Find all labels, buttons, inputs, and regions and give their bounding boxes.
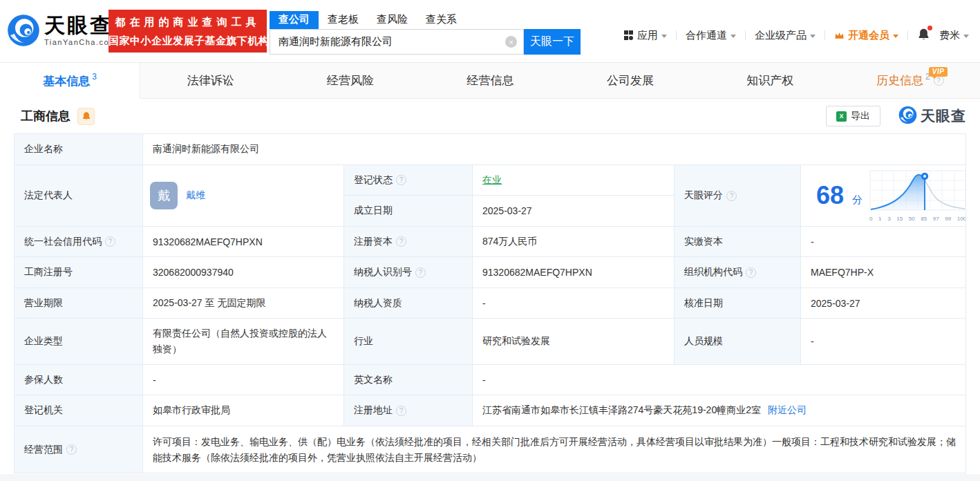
- tab-label: 公司发展: [607, 73, 654, 88]
- watermark-text: 天眼查: [921, 106, 966, 126]
- tab-operation-risk[interactable]: 经营风险: [281, 63, 420, 99]
- search-button[interactable]: 天眼一下: [524, 29, 581, 55]
- field-label-english-name: 英文名称: [344, 365, 473, 395]
- nearby-companies-link[interactable]: 附近公司: [768, 404, 807, 417]
- reg-status-link[interactable]: 在业: [482, 174, 502, 187]
- nav-user[interactable]: 费米: [939, 29, 969, 42]
- field-value-company-type: 有限责任公司（自然人投资或控股的法人独资）: [143, 319, 344, 365]
- tab-legal-proceedings[interactable]: 法律诉讼: [140, 63, 280, 99]
- score-distribution-chart: 01 315 5085 9799 100: [869, 170, 966, 222]
- field-label-taxpayer-qualification: 纳税人资质: [344, 288, 473, 319]
- tab-label: 法律诉讼: [187, 73, 234, 88]
- legal-rep-avatar[interactable]: 戴: [150, 182, 178, 209]
- field-label-reg-status: 登记状态 ?: [344, 165, 473, 196]
- nav-enterprise-label: 企业级产品: [755, 29, 807, 42]
- field-value-legal-rep: 戴 戴维: [143, 165, 344, 227]
- field-value-taxpayer-id: 91320682MAEFQ7HPXN: [473, 257, 675, 288]
- field-value-taxpayer-qualification: -: [473, 288, 675, 319]
- export-button[interactable]: X 导出: [826, 106, 880, 126]
- business-info-table: 企业名称 南通润时新能源有限公司 法定代表人 戴 戴维 登记状态 ? 在业 成立…: [14, 133, 966, 473]
- nav-partner[interactable]: 合作通道: [686, 29, 736, 42]
- field-label-est-date: 成立日期: [344, 196, 473, 227]
- legal-rep-link[interactable]: 戴维: [186, 189, 205, 202]
- tab-intellectual-property[interactable]: 知识产权: [700, 63, 840, 99]
- nav-divider: [907, 30, 908, 40]
- field-label-reg-number: 工商注册号: [15, 257, 143, 288]
- field-value-industry: 研究和试验发展: [473, 319, 675, 365]
- eye-swirl-icon: [7, 14, 40, 47]
- field-label-staff-size: 人员规模: [675, 319, 801, 365]
- field-label-legal-rep: 法定代表人: [15, 165, 143, 227]
- notification-bell-icon[interactable]: [917, 28, 930, 43]
- help-icon[interactable]: ?: [415, 267, 426, 278]
- help-icon[interactable]: ?: [746, 267, 756, 278]
- field-value-business-scope: 许可项目：发电业务、输电业务、供（配）电业务（依法须经批准的项目，经相关部门批准…: [143, 426, 966, 473]
- score-number: 68: [816, 183, 844, 208]
- clear-icon[interactable]: ×: [505, 36, 517, 48]
- field-value-reg-authority: 如皋市行政审批局: [143, 395, 344, 426]
- section-header: 工商信息 X 导出 天眼查: [0, 99, 980, 133]
- section-title: 工商信息: [21, 108, 70, 124]
- field-label-reg-capital: 注册资本 ?: [344, 227, 473, 257]
- tab-count: 3: [92, 72, 97, 82]
- nav-divider: [824, 30, 825, 40]
- field-value-company-name: 南通润时新能源有限公司: [143, 134, 966, 165]
- eye-swirl-icon: [898, 106, 917, 127]
- brand-name: 天眼查: [44, 15, 117, 36]
- field-value-insured-count: -: [143, 365, 344, 395]
- field-label-business-scope: 经营范围 ?: [15, 426, 143, 473]
- brand-domain: TianYanCha.com: [44, 39, 117, 46]
- field-value-approval-date: 2025-03-27: [801, 288, 966, 319]
- field-value-reg-status: 在业: [473, 165, 675, 196]
- field-label-taxpayer-id: 纳税人识别号 ?: [344, 257, 473, 288]
- tab-label: 经营信息: [467, 73, 513, 88]
- search-tab-relation[interactable]: 查关系: [417, 11, 466, 29]
- field-label-business-term: 营业期限: [15, 288, 143, 319]
- tab-operation-info[interactable]: 经营信息: [420, 63, 560, 99]
- field-label-company-type: 企业类型: [15, 319, 143, 365]
- field-value-est-date: 2025-03-27: [473, 196, 675, 227]
- vip-badge: VIP: [929, 67, 948, 77]
- field-label-tyc-score: 天眼评分 ?: [675, 165, 801, 227]
- field-value-reg-address: 江苏省南通市如皋市长江镇丰泽路274号豪天花苑19-20幢商业2室 附近公司: [473, 395, 966, 426]
- bottom-strip: [0, 474, 980, 481]
- tab-company-development[interactable]: 公司发展: [560, 63, 700, 99]
- tab-label: 经营风险: [327, 73, 374, 88]
- search-tab-company[interactable]: 查公司: [270, 11, 319, 29]
- nav-vip-upgrade[interactable]: 开通会员: [834, 29, 898, 42]
- field-value-reg-capital: 874万人民币: [473, 227, 675, 257]
- help-icon[interactable]: ?: [396, 236, 406, 247]
- nav-apps[interactable]: 应用: [623, 29, 667, 42]
- field-label-org-code: 组织机构代码 ?: [675, 257, 801, 288]
- score-axis-labels: 01 315 5085 9799 100: [869, 216, 966, 222]
- nav-vip-label: 开通会员: [848, 29, 889, 42]
- score-unit: 分: [852, 194, 863, 207]
- nav-enterprise[interactable]: 企业级产品: [755, 29, 816, 42]
- crown-icon: [834, 30, 845, 41]
- tab-basic-info[interactable]: 基本信息 3: [0, 63, 140, 99]
- field-label-reg-address: 注册地址 ?: [344, 395, 473, 426]
- chevron-down-icon: [810, 35, 816, 38]
- chevron-down-icon: [661, 35, 667, 38]
- help-icon[interactable]: ?: [396, 406, 406, 416]
- field-label-credit-code: 统一社会信用代码 ?: [15, 227, 143, 257]
- tab-history-info[interactable]: VIP 历史信息 2 ?: [840, 63, 980, 99]
- tianyancha-logo[interactable]: 天眼查 TianYanCha.com: [7, 14, 117, 47]
- help-icon[interactable]: ?: [396, 175, 406, 185]
- search-tab-risk[interactable]: 查风险: [368, 11, 417, 29]
- subscribe-bell-icon[interactable]: [77, 108, 95, 125]
- search-input[interactable]: [270, 29, 524, 55]
- watermark-logo: 天眼查: [898, 106, 966, 127]
- search-tab-boss[interactable]: 查老板: [319, 11, 368, 29]
- nav-partner-label: 合作通道: [686, 29, 727, 42]
- field-value-tyc-score: 68 分: [801, 165, 966, 227]
- export-label: 导出: [851, 110, 870, 122]
- field-label-company-name: 企业名称: [15, 134, 143, 165]
- notification-dot: [927, 26, 932, 30]
- help-icon[interactable]: ?: [105, 236, 115, 247]
- help-icon[interactable]: ?: [66, 444, 77, 455]
- nav-apps-label: 应用: [637, 29, 658, 42]
- header-nav: 应用 合作通道 企业级产品 开通会员: [623, 28, 969, 43]
- chevron-down-icon: [893, 35, 898, 38]
- help-icon[interactable]: ?: [726, 191, 737, 201]
